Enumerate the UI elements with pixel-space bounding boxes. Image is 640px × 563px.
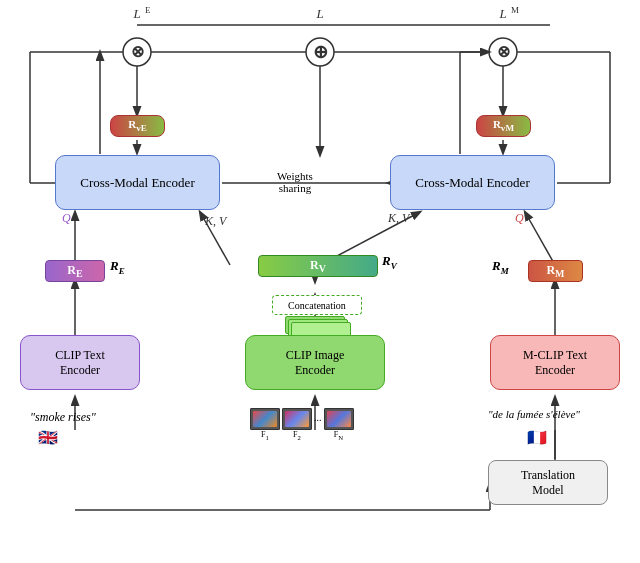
svg-text:L: L <box>132 6 140 21</box>
rv-box: RV <box>258 255 378 277</box>
svg-line-25 <box>525 212 555 265</box>
cross-modal-right-label: Cross-Modal Encoder <box>415 175 529 191</box>
clip-image-label: CLIP ImageEncoder <box>286 348 345 378</box>
concatenation-label: Concatenation <box>288 300 346 311</box>
rvm-label: RvM <box>493 118 514 133</box>
cross-modal-left-label: Cross-Modal Encoder <box>80 175 194 191</box>
clip-text-encoder-box: CLIP TextEncoder <box>20 335 140 390</box>
svg-text:Q: Q <box>515 211 524 225</box>
french-flag: 🇫🇷 <box>527 428 547 447</box>
clip-image-encoder-box: CLIP ImageEncoder <box>245 335 385 390</box>
svg-text:K, V: K, V <box>387 211 411 225</box>
french-text-input: "de la fumée s'élève" <box>488 408 628 420</box>
rve-label: RvE <box>128 118 147 133</box>
rm-label: RM <box>546 263 564 279</box>
video-frames: F1 F2 ... FN <box>250 408 354 441</box>
clip-text-label: CLIP TextEncoder <box>55 348 105 378</box>
translation-model-box: TranslationModel <box>488 460 608 505</box>
svg-text:L: L <box>498 6 506 21</box>
diagram: ⊗ ⊕ ⊗ L E L L M <box>0 0 640 563</box>
svg-text:E: E <box>145 5 151 15</box>
cross-modal-encoder-left: Cross-Modal Encoder <box>55 155 220 210</box>
svg-text:⊕: ⊕ <box>313 42 328 62</box>
re-box: RE <box>45 260 105 282</box>
svg-text:Q: Q <box>62 211 71 225</box>
translation-label: TranslationModel <box>521 468 575 498</box>
rm-text-label: RM <box>492 258 509 276</box>
weights-sharing-label: Weightssharing <box>240 170 350 194</box>
rvm-box: RvM <box>476 115 531 137</box>
cross-modal-encoder-right: Cross-Modal Encoder <box>390 155 555 210</box>
re-text-label: RE <box>110 258 125 276</box>
rv-text-label: RV <box>382 253 397 271</box>
concatenation-box: Concatenation <box>272 295 362 315</box>
rve-box: RvE <box>110 115 165 137</box>
svg-text:⊗: ⊗ <box>131 43 144 60</box>
rv-label: RV <box>310 258 326 274</box>
uk-flag: 🇬🇧 <box>38 428 58 447</box>
svg-text:L: L <box>315 6 323 21</box>
rm-box: RM <box>528 260 583 282</box>
english-text-input: "smoke rises" <box>30 410 96 425</box>
svg-text:M: M <box>511 5 519 15</box>
mclip-text-encoder-box: M-CLIP TextEncoder <box>490 335 620 390</box>
mclip-text-label: M-CLIP TextEncoder <box>523 348 587 378</box>
svg-text:K, V: K, V <box>204 214 228 228</box>
svg-text:⊗: ⊗ <box>497 43 510 60</box>
re-label: RE <box>67 263 82 279</box>
